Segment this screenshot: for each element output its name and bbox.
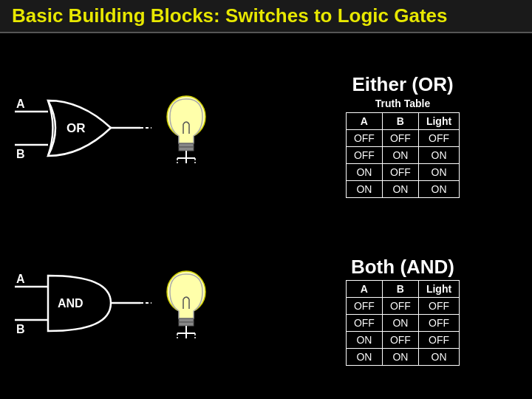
svg-text:A: A — [16, 273, 25, 285]
or-truth-table: A B Light OFFOFFOFFOFFONONONOFFONONONON — [346, 112, 460, 198]
table-cell: ON — [418, 164, 459, 181]
or-heading: Either (OR) — [352, 73, 453, 96]
table-cell: ON — [418, 181, 459, 198]
and-gate-diagram: A B AND — [15, 261, 163, 346]
and-table-header-row: A B Light — [346, 281, 459, 298]
and-bulb — [163, 268, 211, 338]
table-row: ONOFFOFF — [346, 332, 459, 349]
table-cell: OFF — [382, 332, 418, 349]
svg-rect-9 — [179, 147, 194, 151]
and-truth-table: A B Light OFFOFFOFFOFFONOFFONOFFOFFONONO… — [346, 280, 460, 366]
table-cell: ON — [346, 181, 382, 198]
svg-text:B: B — [16, 323, 25, 335]
or-col-light: Light — [418, 113, 459, 130]
table-cell: OFF — [418, 332, 459, 349]
table-cell: OFF — [382, 298, 418, 315]
svg-rect-8 — [179, 143, 194, 147]
table-row: OFFOFFOFF — [346, 298, 459, 315]
table-cell: OFF — [382, 164, 418, 181]
table-cell: OFF — [346, 130, 382, 147]
table-cell: ON — [346, 332, 382, 349]
table-cell: OFF — [382, 130, 418, 147]
and-col-b: B — [382, 281, 418, 298]
table-cell: OFF — [346, 147, 382, 164]
and-col-light: Light — [418, 281, 459, 298]
table-cell: ON — [418, 147, 459, 164]
and-heading: Both (AND) — [351, 256, 454, 279]
and-table-body: OFFOFFOFFOFFONOFFONOFFOFFONONON — [346, 298, 459, 366]
or-bulb — [163, 93, 211, 163]
table-cell: ON — [346, 349, 382, 366]
svg-text:OR: OR — [66, 121, 86, 135]
table-row: OFFOFFOFF — [346, 130, 459, 147]
or-table-header-row: A B Light — [346, 113, 459, 130]
table-cell: ON — [382, 181, 418, 198]
table-cell: ON — [382, 315, 418, 332]
table-row: ONONON — [346, 349, 459, 366]
truth-table-label-or: Truth Table — [375, 98, 430, 109]
svg-rect-24 — [179, 318, 194, 322]
and-truth-table-section: Both (AND) A B Light OFFOFFOFFOFFONOFFON… — [288, 256, 517, 366]
page-title: Basic Building Blocks: Switches to Logic… — [12, 4, 520, 27]
right-panel: Either (OR) Truth Table A B Light OFFOFF… — [281, 33, 532, 398]
or-gate-diagram: A B OR — [15, 86, 163, 171]
table-cell: OFF — [418, 315, 459, 332]
table-row: ONOFFON — [346, 164, 459, 181]
or-truth-table-section: Either (OR) Truth Table A B Light OFFOFF… — [288, 73, 517, 198]
table-row: ONONON — [346, 181, 459, 198]
table-cell: OFF — [346, 298, 382, 315]
svg-text:AND: AND — [58, 297, 83, 310]
table-cell: ON — [346, 164, 382, 181]
table-cell: ON — [382, 349, 418, 366]
svg-text:B: B — [16, 148, 25, 160]
left-panel: A B OR — [0, 33, 281, 398]
main-content: A B OR — [0, 33, 532, 398]
or-col-a: A — [346, 113, 382, 130]
and-col-a: A — [346, 281, 382, 298]
table-cell: ON — [418, 349, 459, 366]
svg-rect-25 — [179, 322, 194, 326]
table-cell: OFF — [418, 130, 459, 147]
table-row: OFFONOFF — [346, 315, 459, 332]
table-cell: ON — [382, 147, 418, 164]
table-cell: OFF — [346, 315, 382, 332]
title-bar: Basic Building Blocks: Switches to Logic… — [0, 0, 532, 33]
and-gate-section: A B AND — [15, 261, 281, 346]
svg-text:A: A — [16, 98, 25, 110]
or-col-b: B — [382, 113, 418, 130]
table-row: OFFONON — [346, 147, 459, 164]
table-cell: OFF — [418, 298, 459, 315]
or-table-body: OFFOFFOFFOFFONONONOFFONONONON — [346, 130, 459, 198]
or-gate-section: A B OR — [15, 86, 281, 171]
